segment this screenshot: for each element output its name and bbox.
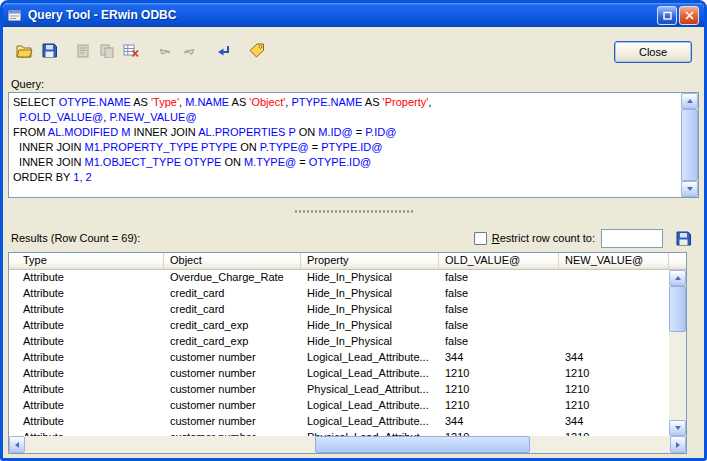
query-line: INNER JOIN M1.OBJECT_TYPE OTYPE ON M.TYP… <box>13 155 677 170</box>
results-vscroll-thumb[interactable] <box>669 286 686 332</box>
close-button[interactable]: Close <box>614 41 692 63</box>
toolbar <box>13 39 269 62</box>
restrict-row-count-label[interactable]: Restrict row count to: <box>492 232 595 244</box>
table-cell: false <box>439 302 559 318</box>
results-hscroll-thumb[interactable] <box>315 436 530 453</box>
table-cell: Hide_In_Physical <box>301 318 439 334</box>
options-tag-icon[interactable] <box>245 39 269 62</box>
table-row[interactable]: Attributecustomer numberLogical_Lead_Att… <box>9 366 669 382</box>
restrict-row-count-input[interactable] <box>601 229 663 248</box>
save-results-icon[interactable] <box>672 228 694 249</box>
new-query-icon <box>71 39 95 62</box>
table-row[interactable]: AttributeOverdue_Charge_RateHide_In_Phys… <box>9 270 669 286</box>
copy-query-icon <box>95 39 119 62</box>
table-cell: Attribute <box>9 302 164 318</box>
query-scroll-track[interactable] <box>681 109 698 181</box>
redo-icon <box>177 39 201 62</box>
table-cell: false <box>439 334 559 350</box>
table-cell: credit_card_exp <box>164 334 301 350</box>
table-cell: false <box>439 318 559 334</box>
app-icon[interactable] <box>7 8 23 23</box>
column-header-new-value[interactable]: NEW_VALUE@ <box>559 253 669 270</box>
table-cell: Hide_In_Physical <box>301 334 439 350</box>
restrict-row-count-checkbox[interactable] <box>474 232 487 245</box>
results-vscrollbar[interactable] <box>669 270 686 436</box>
table-row[interactable]: Attributecustomer numberLogical_Lead_Att… <box>9 350 669 366</box>
table-cell: 1210 <box>559 366 669 382</box>
table-cell: Logical_Lead_Attribute... <box>301 414 439 430</box>
table-row[interactable]: Attributecustomer numberPhysical_Lead_At… <box>9 382 669 398</box>
results-header: TypeObjectPropertyOLD_VALUE@NEW_VALUE@ <box>9 253 686 270</box>
table-row[interactable]: Attributecredit_cardHide_In_Physicalfals… <box>9 302 669 318</box>
results-bar: Results (Row Count = 69): Restrict row c… <box>11 227 694 249</box>
table-cell: credit_card <box>164 302 301 318</box>
table-cell: customer number <box>164 414 301 430</box>
table-cell: Attribute <box>9 318 164 334</box>
table-cell: credit_card_exp <box>164 318 301 334</box>
query-text[interactable]: SELECT OTYPE.NAME AS 'Type', M.NAME AS '… <box>9 93 681 197</box>
table-cell: Attribute <box>9 270 164 286</box>
table-row[interactable]: Attributecredit_card_expHide_In_Physical… <box>9 318 669 334</box>
column-header-object[interactable]: Object <box>164 253 301 270</box>
query-line: FROM AL.MODIFIED M INNER JOIN AL.PROPERT… <box>13 125 677 140</box>
scroll-up-icon[interactable] <box>669 270 686 286</box>
open-query-icon[interactable] <box>13 39 37 62</box>
table-cell: Attribute <box>9 350 164 366</box>
table-cell: Attribute <box>9 334 164 350</box>
query-line: P.OLD_VALUE@, P.NEW_VALUE@ <box>13 110 677 125</box>
scroll-up-icon[interactable] <box>681 93 698 109</box>
results-middle: AttributeOverdue_Charge_RateHide_In_Phys… <box>9 270 686 436</box>
table-cell: Overdue_Charge_Rate <box>164 270 301 286</box>
table-cell: Attribute <box>9 286 164 302</box>
results-count-label: Results (Row Count = 69): <box>11 232 140 244</box>
window-title: Query Tool - ERwin ODBC <box>28 8 655 22</box>
table-cell: 1210 <box>439 398 559 414</box>
scroll-right-icon[interactable] <box>670 436 686 453</box>
scroll-down-icon[interactable] <box>669 420 686 436</box>
close-window-button[interactable] <box>679 6 699 25</box>
splitter-handle[interactable] <box>3 207 704 216</box>
restrict-accel: R <box>492 232 500 244</box>
scroll-left-icon[interactable] <box>9 436 25 453</box>
table-cell: Physical_Lead_Attribut... <box>301 382 439 398</box>
table-cell: customer number <box>164 398 301 414</box>
table-row[interactable]: Attributecustomer numberLogical_Lead_Att… <box>9 398 669 414</box>
table-cell: 344 <box>439 414 559 430</box>
table-cell: false <box>439 270 559 286</box>
query-scroll-thumb[interactable] <box>681 109 698 181</box>
query-label: Query: <box>11 78 44 90</box>
table-cell: 344 <box>559 414 669 430</box>
results-body[interactable]: AttributeOverdue_Charge_RateHide_In_Phys… <box>9 270 669 436</box>
title-bar[interactable]: Query Tool - ERwin ODBC <box>3 3 704 27</box>
results-vscroll-track[interactable] <box>669 286 686 420</box>
results-hscrollbar[interactable] <box>9 436 686 453</box>
table-cell: Attribute <box>9 398 164 414</box>
table-cell: customer number <box>164 350 301 366</box>
results-hscroll-track[interactable] <box>25 436 670 453</box>
close-icon <box>685 11 694 20</box>
query-editor[interactable]: SELECT OTYPE.NAME AS 'Type', M.NAME AS '… <box>8 92 699 198</box>
maximize-button[interactable] <box>657 6 677 25</box>
table-cell: Logical_Lead_Attribute... <box>301 350 439 366</box>
table-cell: Attribute <box>9 366 164 382</box>
table-cell: 1210 <box>559 382 669 398</box>
restrict-label-rest: estrict row count to: <box>500 232 595 244</box>
query-scrollbar[interactable] <box>681 93 698 197</box>
column-header-old-value[interactable]: OLD_VALUE@ <box>439 253 559 270</box>
splitter-dots-icon <box>294 210 414 213</box>
query-line: ORDER BY 1, 2 <box>13 170 677 185</box>
table-cell <box>559 286 669 302</box>
table-row[interactable]: Attributecustomer numberLogical_Lead_Att… <box>9 414 669 430</box>
column-header-property[interactable]: Property <box>301 253 439 270</box>
delete-query-icon[interactable] <box>119 39 143 62</box>
table-row[interactable]: Attributecredit_cardHide_In_Physicalfals… <box>9 286 669 302</box>
scroll-down-icon[interactable] <box>681 181 698 197</box>
table-cell: Hide_In_Physical <box>301 286 439 302</box>
save-query-icon[interactable] <box>37 39 61 62</box>
table-cell: Logical_Lead_Attribute... <box>301 366 439 382</box>
column-header-type[interactable]: Type <box>9 253 164 270</box>
execute-query-icon[interactable] <box>211 39 235 62</box>
table-cell: Attribute <box>9 382 164 398</box>
table-cell: 1210 <box>439 382 559 398</box>
table-row[interactable]: Attributecredit_card_expHide_In_Physical… <box>9 334 669 350</box>
